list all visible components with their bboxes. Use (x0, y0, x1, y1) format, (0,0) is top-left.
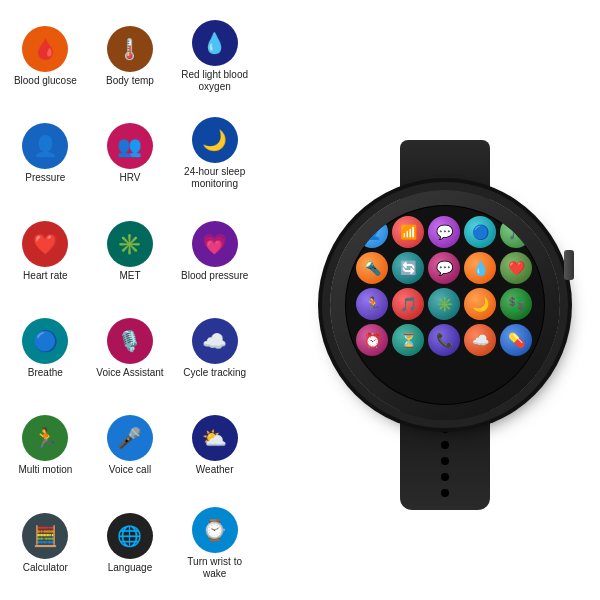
multi-motion-label: Multi motion (18, 464, 72, 476)
met-icon: ✳️ (107, 221, 153, 267)
feature-item-voice-assistant[interactable]: 🎙️Voice Assistant (90, 318, 170, 379)
breathe-label: Breathe (28, 367, 63, 379)
feature-item-red-light-blood-oxygen[interactable]: 💧Red light blood oxygen (175, 20, 255, 93)
watch-crown (564, 250, 574, 280)
watch-app-11[interactable]: 🎵 (392, 288, 424, 320)
feature-item-voice-call[interactable]: 🎤Voice call (90, 415, 170, 476)
band-hole (441, 425, 449, 433)
pressure-icon: 👤 (22, 123, 68, 169)
24h-sleep-label: 24-hour sleep monitoring (175, 166, 255, 190)
watch-app-5[interactable]: 🔦 (356, 252, 388, 284)
band-bottom (400, 410, 490, 510)
voice-assistant-icon: 🎙️ (107, 318, 153, 364)
watch-app-4[interactable]: 🎵 (500, 216, 532, 248)
features-grid: 🩸Blood glucose🌡️Body temp💧Red light bloo… (0, 0, 260, 600)
watch-app-15[interactable]: ⏰ (356, 324, 388, 356)
band-hole (441, 489, 449, 497)
watch-outer: 👤📶💬🔵🎵🔦🔄💬💧❤️🏃🎵✳️🌙💱⏰⏳📞☁️💊 (305, 140, 585, 460)
turn-wrist-wake-label: Turn wrist to wake (175, 556, 255, 580)
blood-glucose-label: Blood glucose (14, 75, 77, 87)
voice-call-label: Voice call (109, 464, 151, 476)
watch-app-12[interactable]: ✳️ (428, 288, 460, 320)
calculator-icon: 🧮 (22, 513, 68, 559)
feature-item-cycle-tracking[interactable]: ☁️Cycle tracking (175, 318, 255, 379)
band-hole (441, 457, 449, 465)
feature-item-blood-glucose[interactable]: 🩸Blood glucose (5, 26, 85, 87)
watch-app-7[interactable]: 💬 (428, 252, 460, 284)
watch-app-3[interactable]: 🔵 (464, 216, 496, 248)
red-light-blood-oxygen-icon: 💧 (192, 20, 238, 66)
band-holes (400, 410, 490, 497)
watch-app-10[interactable]: 🏃 (356, 288, 388, 320)
feature-item-body-temp[interactable]: 🌡️Body temp (90, 26, 170, 87)
watch-app-6[interactable]: 🔄 (392, 252, 424, 284)
voice-assistant-label: Voice Assistant (96, 367, 163, 379)
calculator-label: Calculator (23, 562, 68, 574)
feature-item-turn-wrist-wake[interactable]: ⌚Turn wrist to wake (175, 507, 255, 580)
weather-icon: ⛅ (192, 415, 238, 461)
heart-rate-label: Heart rate (23, 270, 67, 282)
watch-app-14[interactable]: 💱 (500, 288, 532, 320)
feature-item-breathe[interactable]: 🔵Breathe (5, 318, 85, 379)
feature-item-hrv[interactable]: 👥HRV (90, 123, 170, 184)
watch-app-16[interactable]: ⏳ (392, 324, 424, 356)
app-grid: 👤📶💬🔵🎵🔦🔄💬💧❤️🏃🎵✳️🌙💱⏰⏳📞☁️💊 (356, 216, 534, 394)
hrv-label: HRV (120, 172, 141, 184)
watch-app-8[interactable]: 💧 (464, 252, 496, 284)
watch-app-17[interactable]: 📞 (428, 324, 460, 356)
watch-app-1[interactable]: 📶 (392, 216, 424, 248)
watch-app-13[interactable]: 🌙 (464, 288, 496, 320)
cycle-tracking-icon: ☁️ (192, 318, 238, 364)
watch-app-19[interactable]: 💊 (500, 324, 532, 356)
watch-app-9[interactable]: ❤️ (500, 252, 532, 284)
feature-item-met[interactable]: ✳️MET (90, 221, 170, 282)
watch-container: 👤📶💬🔵🎵🔦🔄💬💧❤️🏃🎵✳️🌙💱⏰⏳📞☁️💊 (280, 20, 600, 580)
24h-sleep-icon: 🌙 (192, 117, 238, 163)
screen-clip: 👤📶💬🔵🎵🔦🔄💬💧❤️🏃🎵✳️🌙💱⏰⏳📞☁️💊 (346, 206, 544, 404)
feature-item-heart-rate[interactable]: ❤️Heart rate (5, 221, 85, 282)
feature-item-weather[interactable]: ⛅Weather (175, 415, 255, 476)
feature-item-24h-sleep[interactable]: 🌙24-hour sleep monitoring (175, 117, 255, 190)
watch-app-18[interactable]: ☁️ (464, 324, 496, 356)
feature-item-pressure[interactable]: 👤Pressure (5, 123, 85, 184)
voice-call-icon: 🎤 (107, 415, 153, 461)
band-hole (441, 473, 449, 481)
watch-app-0[interactable]: 👤 (356, 216, 388, 248)
blood-glucose-icon: 🩸 (22, 26, 68, 72)
breathe-icon: 🔵 (22, 318, 68, 364)
band-hole (441, 441, 449, 449)
body-temp-icon: 🌡️ (107, 26, 153, 72)
main-container: 🩸Blood glucose🌡️Body temp💧Red light bloo… (0, 0, 600, 600)
watch-app-2[interactable]: 💬 (428, 216, 460, 248)
multi-motion-icon: 🏃 (22, 415, 68, 461)
red-light-blood-oxygen-label: Red light blood oxygen (175, 69, 255, 93)
feature-item-language[interactable]: 🌐Language (90, 513, 170, 574)
watch-case: 👤📶💬🔵🎵🔦🔄💬💧❤️🏃🎵✳️🌙💱⏰⏳📞☁️💊 (330, 190, 560, 420)
watch-screen: 👤📶💬🔵🎵🔦🔄💬💧❤️🏃🎵✳️🌙💱⏰⏳📞☁️💊 (345, 205, 545, 405)
turn-wrist-wake-icon: ⌚ (192, 507, 238, 553)
heart-rate-icon: ❤️ (22, 221, 68, 267)
blood-pressure-label: Blood pressure (181, 270, 248, 282)
body-temp-label: Body temp (106, 75, 154, 87)
feature-item-multi-motion[interactable]: 🏃Multi motion (5, 415, 85, 476)
met-label: MET (119, 270, 140, 282)
weather-label: Weather (196, 464, 234, 476)
feature-item-blood-pressure[interactable]: 💗Blood pressure (175, 221, 255, 282)
language-label: Language (108, 562, 153, 574)
language-icon: 🌐 (107, 513, 153, 559)
pressure-label: Pressure (25, 172, 65, 184)
hrv-icon: 👥 (107, 123, 153, 169)
cycle-tracking-label: Cycle tracking (183, 367, 246, 379)
blood-pressure-icon: 💗 (192, 221, 238, 267)
feature-item-calculator[interactable]: 🧮Calculator (5, 513, 85, 574)
